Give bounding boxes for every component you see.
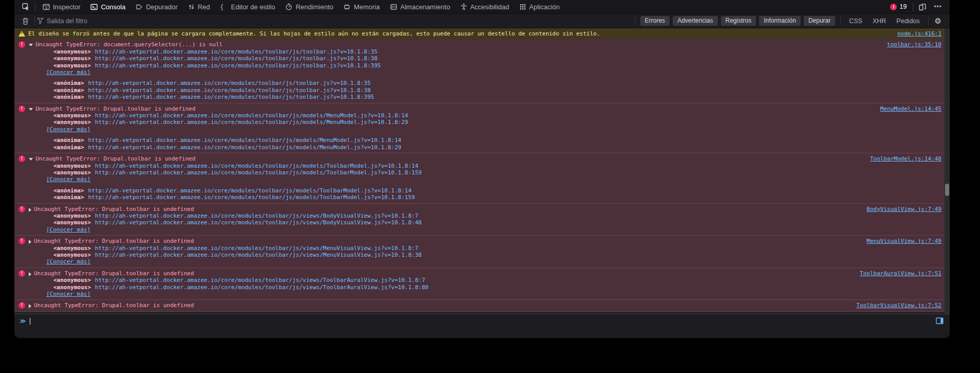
error-icon: ! bbox=[19, 270, 25, 277]
tab-label: Aplicación bbox=[529, 3, 560, 11]
filter-chip-registros[interactable]: Registros bbox=[721, 16, 756, 26]
frame-source-link[interactable]: http://ah-vetportal.docker.amazee.io/cor… bbox=[95, 212, 418, 219]
learn-more-link[interactable]: [Conocer más] bbox=[46, 291, 90, 297]
tab-label: Depurador bbox=[146, 3, 177, 11]
devtools-menu-button[interactable]: ••• bbox=[930, 0, 946, 13]
tab-label: Inspector bbox=[53, 3, 80, 11]
frame-function-name: <anónima> bbox=[53, 187, 84, 194]
frame-source-link[interactable]: http://ah-vetportal.docker.amazee.io/cor… bbox=[95, 112, 408, 119]
filter-chip-depurar[interactable]: Depurar bbox=[804, 16, 835, 26]
tab-editor-de-estilo[interactable]: { }Editor de estilo bbox=[215, 0, 280, 13]
learn-more-link[interactable]: [Conocer más] bbox=[46, 126, 90, 133]
tab-depurador[interactable]: Depurador bbox=[131, 0, 182, 13]
tab-red[interactable]: Red bbox=[183, 0, 215, 13]
tab-label: Memoria bbox=[354, 3, 380, 11]
scrollbar-thumb[interactable] bbox=[945, 184, 949, 196]
frame-source-link[interactable]: http://ah-vetportal.docker.amazee.io/cor… bbox=[88, 137, 401, 144]
frame-source-link[interactable]: http://ah-vetportal.docker.amazee.io/cor… bbox=[88, 94, 374, 100]
frame-source-link[interactable]: http://ah-vetportal.docker.amazee.io/cor… bbox=[95, 219, 422, 226]
responsive-design-mode-button[interactable] bbox=[915, 0, 930, 13]
frame-source-link[interactable]: http://ah-vetportal.docker.amazee.io/cor… bbox=[95, 163, 418, 169]
filter-chip-advertencias[interactable]: Advertencias bbox=[673, 16, 717, 26]
clear-console-button[interactable] bbox=[19, 14, 32, 28]
error-count-badge[interactable]: ! 19 bbox=[886, 3, 911, 10]
frame-source-link[interactable]: http://ah-vetportal.docker.amazee.io/cor… bbox=[95, 284, 429, 291]
toolbar-separator bbox=[840, 16, 841, 25]
collapse-twisty-icon[interactable] bbox=[29, 44, 33, 46]
source-location-link[interactable]: MenuModel.js:14:45 bbox=[870, 105, 941, 112]
expand-twisty-icon[interactable] bbox=[29, 304, 31, 308]
frame-function-name: <anonymous> bbox=[53, 112, 91, 119]
pick-element-button[interactable] bbox=[19, 0, 33, 13]
source-location-link[interactable]: ToolbarModel.js:14:48 bbox=[860, 155, 941, 162]
stack-frame: <anonymous>http://ah-vetportal.docker.am… bbox=[14, 169, 950, 176]
learn-more-link[interactable]: [Conocer más] bbox=[46, 69, 90, 76]
performance-icon bbox=[285, 3, 292, 10]
tab-label: Accesibilidad bbox=[470, 3, 509, 11]
collapse-twisty-icon[interactable] bbox=[29, 108, 33, 111]
frame-source-link[interactable]: http://ah-vetportal.docker.amazee.io/cor… bbox=[88, 80, 371, 86]
console-warning-row: !El diseño se forzó antes de que la pági… bbox=[14, 28, 950, 39]
source-location-link[interactable]: node.js:416:1 bbox=[887, 30, 941, 37]
frame-source-link[interactable]: http://ah-vetportal.docker.amazee.io/cor… bbox=[88, 187, 412, 194]
source-location-link[interactable]: ToolbarVisualView.js:7:52 bbox=[846, 302, 941, 309]
console-input-row[interactable]: ≫ bbox=[14, 314, 950, 338]
tab-label: Consola bbox=[101, 3, 125, 11]
learn-more-link[interactable]: [Conocer más] bbox=[46, 176, 90, 183]
frame-source-link[interactable]: http://ah-vetportal.docker.amazee.io/cor… bbox=[88, 194, 415, 201]
frame-source-link[interactable]: http://ah-vetportal.docker.amazee.io/cor… bbox=[95, 252, 422, 258]
frame-source-link[interactable]: http://ah-vetportal.docker.amazee.io/cor… bbox=[95, 169, 422, 176]
tab-consola[interactable]: Consola bbox=[85, 0, 131, 13]
style-editor-icon: { } bbox=[220, 4, 228, 10]
stack-frame: <anónima>http://ah-vetportal.docker.amaz… bbox=[14, 144, 950, 151]
filter-chip-errores[interactable]: Errores bbox=[640, 16, 670, 26]
meatball-menu-icon: ••• bbox=[934, 3, 942, 10]
tab-inspector[interactable]: Inspector bbox=[38, 0, 85, 13]
tab-memoria[interactable]: Memoria bbox=[338, 0, 385, 13]
split-sidebar-icon bbox=[936, 317, 944, 324]
console-prompt-icon: ≫ bbox=[20, 317, 26, 325]
frame-source-link[interactable]: http://ah-vetportal.docker.amazee.io/cor… bbox=[95, 62, 381, 69]
frame-function-name: <anonymous> bbox=[53, 169, 91, 176]
svg-text:{ }: { } bbox=[220, 4, 228, 10]
stack-frame: <anonymous>http://ah-vetportal.docker.am… bbox=[14, 112, 950, 119]
expand-twisty-icon[interactable] bbox=[29, 240, 31, 244]
learn-more-link[interactable]: [Conocer más] bbox=[46, 258, 90, 265]
frame-source-link[interactable]: http://ah-vetportal.docker.amazee.io/cor… bbox=[95, 48, 378, 55]
frame-source-link[interactable]: http://ah-vetportal.docker.amazee.io/cor… bbox=[88, 144, 401, 151]
frame-source-link[interactable]: http://ah-vetportal.docker.amazee.io/cor… bbox=[95, 119, 408, 126]
frame-function-name: <anonymous> bbox=[53, 284, 91, 291]
source-location-link[interactable]: toolbar.js:35:10 bbox=[877, 41, 941, 48]
source-location-link[interactable]: MenuVisualView.js:7:49 bbox=[856, 238, 941, 244]
element-picker-icon bbox=[22, 3, 29, 10]
frame-source-link[interactable]: http://ah-vetportal.docker.amazee.io/cor… bbox=[95, 245, 418, 252]
tab-almacenamiento[interactable]: Almacenamiento bbox=[385, 0, 455, 13]
gear-icon: ⚙ bbox=[935, 16, 941, 25]
tab-accesibilidad[interactable]: Accesibilidad bbox=[455, 0, 514, 13]
expand-twisty-icon[interactable] bbox=[29, 208, 31, 212]
filter-output-input[interactable] bbox=[47, 17, 232, 25]
filter-button-xhr[interactable]: XHR bbox=[868, 16, 890, 26]
console-scrollbar[interactable] bbox=[945, 28, 950, 314]
console-settings-button[interactable]: ⚙ bbox=[931, 17, 946, 25]
expand-twisty-icon[interactable] bbox=[29, 272, 31, 276]
tab-rendimiento[interactable]: Rendimiento bbox=[280, 0, 338, 13]
frame-source-link[interactable]: http://ah-vetportal.docker.amazee.io/cor… bbox=[88, 87, 371, 94]
frame-function-name: <anónima> bbox=[53, 144, 84, 151]
console-error-row: !Uncaught TypeError: Drupal.toolbar is u… bbox=[14, 270, 950, 277]
toolbar-separator bbox=[928, 16, 929, 25]
frame-function-name: <anonymous> bbox=[53, 55, 91, 62]
source-location-link[interactable]: ToolbarAuralView.js:7:51 bbox=[849, 270, 941, 277]
frame-source-link[interactable]: http://ah-vetportal.docker.amazee.io/cor… bbox=[95, 277, 425, 283]
open-sidebar-button[interactable] bbox=[934, 317, 946, 325]
tab-aplicacion[interactable]: Aplicación bbox=[514, 0, 565, 13]
stack-frame: <anonymous>http://ah-vetportal.docker.am… bbox=[14, 245, 950, 252]
frame-source-link[interactable]: http://ah-vetportal.docker.amazee.io/cor… bbox=[95, 55, 378, 62]
filter-button-css[interactable]: CSS bbox=[845, 16, 866, 26]
collapse-twisty-icon[interactable] bbox=[29, 158, 33, 161]
source-location-link[interactable]: BodyVisualView.js:7:49 bbox=[856, 206, 941, 212]
stack-frame: <anonymous>http://ah-vetportal.docker.am… bbox=[14, 277, 950, 283]
filter-chip-informacion[interactable]: Información bbox=[759, 16, 801, 26]
filter-button-pedidos[interactable]: Pedidos bbox=[892, 16, 923, 26]
learn-more-link[interactable]: [Conocer más] bbox=[46, 226, 90, 233]
